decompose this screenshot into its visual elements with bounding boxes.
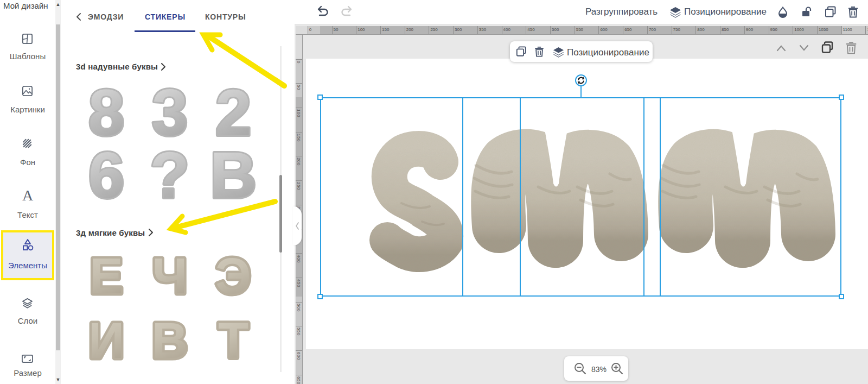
- svg-text:И: И: [88, 313, 124, 368]
- svg-text:2: 2: [215, 76, 252, 149]
- svg-text:?: ?: [150, 139, 189, 211]
- svg-text:Э: Э: [215, 248, 251, 304]
- svg-text:В: В: [152, 313, 188, 368]
- svg-text:8: 8: [88, 76, 125, 149]
- svg-text:3: 3: [152, 76, 188, 149]
- svg-text:В: В: [210, 139, 257, 211]
- svg-text:Ч: Ч: [152, 248, 188, 304]
- svg-text:Т: Т: [218, 313, 248, 368]
- svg-text:Е: Е: [90, 248, 123, 304]
- svg-text:6: 6: [88, 139, 125, 211]
